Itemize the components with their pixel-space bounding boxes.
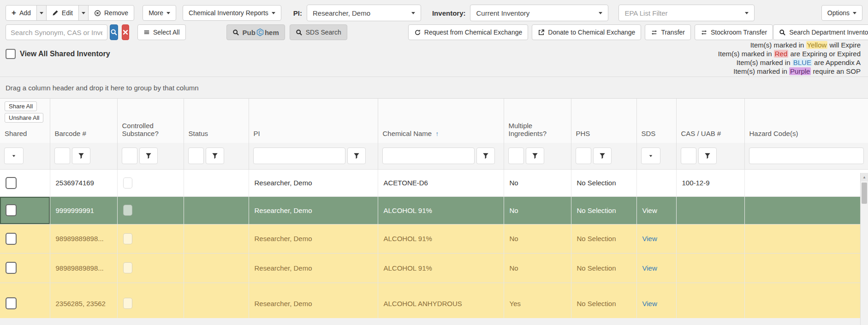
column-header-controlled-label: Controlled Substance? [122,122,159,137]
pubchem-button[interactable]: Pub C hem [226,24,285,40]
cell-phs: No Selection [571,283,636,318]
cell-barcode: 2536974169 [50,169,117,196]
epa-list-filter-select[interactable]: EPA List Filter [618,5,755,21]
chemical-name-filter-button[interactable] [476,148,495,164]
sds-view-link[interactable]: View [642,300,657,307]
sds-view-link[interactable]: View [642,207,657,214]
row-shared-checkbox[interactable] [6,262,17,274]
shared-filter-dropdown[interactable] [4,148,24,164]
row-shared-checkbox[interactable] [6,204,17,216]
sds-view-link[interactable]: View [642,264,657,272]
caret-down-icon [166,12,170,14]
cell-barcode: 98989889898... [50,224,117,253]
cell-pi: Researcher, Demo [249,196,378,224]
legend-text: Item(s) marked in [750,41,806,49]
controlled-filter-button[interactable] [139,148,158,164]
phs-filter-input[interactable] [576,148,591,164]
cell-multiple-ingredients: No [504,169,571,196]
pi-select[interactable]: Researcher, Demo [307,5,421,21]
sds-filter-dropdown[interactable] [641,148,660,164]
row-shared-checkbox[interactable] [6,297,17,309]
stockroom-transfer-button[interactable]: Stockroom Transfer [695,24,773,40]
pubchem-pub-text: Pub [243,29,256,36]
legend-text: are Expiring or Expired [788,50,861,58]
edit-dropdown-toggle[interactable] [78,5,89,21]
status-filter-input[interactable] [188,148,204,164]
cell-chemical-name: ALCOHOL 91% [378,196,504,224]
pi-filter-button[interactable] [347,148,366,164]
sds-view-link[interactable]: View [642,235,657,242]
barcode-filter-button[interactable] [72,148,90,164]
legend-text: Item(s) marked in [733,67,789,75]
cell-phs: No Selection [571,253,636,283]
column-header-status-label: Status [189,130,208,137]
table-row[interactable]: 2536974169 Researcher, Demo ACETONE-D6 N… [0,169,868,196]
cas-filter-button[interactable] [698,148,717,164]
search-button[interactable] [110,24,118,40]
filter-funnel-icon [532,153,538,159]
table-row-expiring[interactable]: 98989889898... Researcher, Demo ALCOHOL … [0,224,868,253]
cell-multiple-ingredients: No [504,253,571,283]
column-header-chemical-name[interactable]: Chemical Name↑ [378,99,504,143]
cell-hazard-codes [744,224,868,253]
inventory-select[interactable]: Current Inventory [470,5,608,21]
column-header-barcode[interactable]: Barcode # [50,99,117,143]
table-row-expiring[interactable]: 98989889898... Researcher, Demo ALCOHOL … [0,253,868,283]
column-header-multiple-ingredients[interactable]: Multiple Ingredients? [504,99,571,143]
column-header-hazard-codes[interactable]: Hazard Code(s) [744,99,868,143]
multiple-ingredients-filter-button[interactable] [526,148,544,164]
inventory-grid: Share All Unshare All Shared Barcode # C… [0,98,868,318]
column-header-status[interactable]: Status [184,99,249,143]
unshare-all-button[interactable]: Unshare All [5,113,43,123]
column-header-sds[interactable]: SDS [636,99,676,143]
chemical-name-filter-input[interactable] [382,148,475,164]
cell-sds [636,169,676,196]
search-department-inventory-button[interactable]: Search Department Inventory [773,24,868,40]
row-shared-checkbox[interactable] [6,233,17,245]
donate-chemical-exchange-button[interactable]: Donate to Chemical Exchange [532,24,641,40]
grid-header-row: Share All Unshare All Shared Barcode # C… [0,99,868,143]
barcode-filter-input[interactable] [54,148,70,164]
pubchem-hem-text: hem [265,29,279,36]
pi-filter-input[interactable] [253,148,345,164]
sds-search-button[interactable]: SDS Search [290,24,347,40]
add-button[interactable]: + Add [6,5,37,21]
view-all-shared-checkbox[interactable] [6,49,16,59]
hazard-codes-filter-input[interactable] [749,148,864,164]
search-input[interactable] [6,24,107,40]
transfer-button[interactable]: Transfer [645,24,691,40]
stockroom-transfer-label: Stockroom Transfer [711,29,767,36]
multiple-ingredients-filter-input[interactable] [508,148,524,164]
scrollbar-thumb[interactable] [862,183,867,204]
crud-button-group: + Add Edit Remove [6,5,134,21]
clear-search-button[interactable] [122,24,129,40]
controlled-filter-input[interactable] [122,148,137,164]
more-button[interactable]: More [143,5,176,21]
column-header-phs[interactable]: PHS [571,99,636,143]
vertical-scrollbar[interactable]: ▲ [860,173,868,325]
search-icon [779,29,786,36]
scrollbar-up-arrow-icon[interactable]: ▲ [861,173,868,181]
column-header-pi[interactable]: PI [249,99,378,143]
status-filter-button[interactable] [206,148,224,164]
cas-filter-input[interactable] [681,148,696,164]
edit-button[interactable]: Edit [46,5,79,21]
column-header-cas-uab[interactable]: CAS / UAB # [676,99,744,143]
column-header-controlled-substance[interactable]: Controlled Substance? [117,99,184,143]
table-row-expiring[interactable]: 2356285, 23562 Researcher, Demo ALCOHOL … [0,283,868,318]
row-shared-checkbox[interactable] [6,177,17,189]
legend-line-yellow: Item(s) marked in Yellow will Expire [718,41,861,49]
remove-button[interactable]: Remove [88,5,134,21]
grid-filter-row [0,143,868,169]
table-row-selected[interactable]: 9999999991 Researcher, Demo ALCOHOL 91% … [0,196,868,224]
add-dropdown-toggle[interactable] [36,5,47,21]
request-chemical-exchange-button[interactable]: Request from Chemical Exchange [408,24,528,40]
column-header-shared-label: Shared [5,130,45,137]
chemical-inventory-reports-button[interactable]: Chemical Inventory Reports [183,5,281,21]
options-button[interactable]: Options [821,5,862,21]
share-all-button[interactable]: Share All [5,101,37,111]
phs-filter-button[interactable] [593,148,612,164]
select-all-button[interactable]: Select All [137,24,186,40]
legend-line-purple: Item(s) marked in Purple require an SOP [718,67,861,76]
column-header-cas-label: CAS / UAB # [681,130,721,137]
